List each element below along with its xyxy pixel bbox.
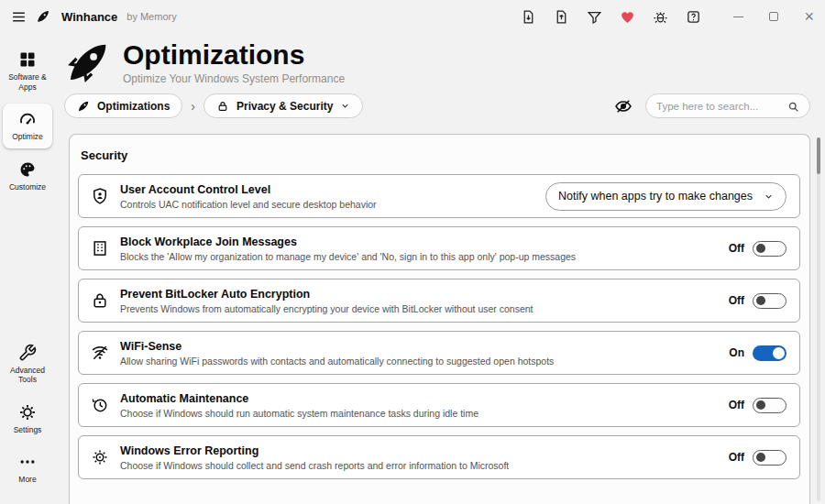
search-box	[645, 93, 810, 118]
optimize-icon	[18, 110, 37, 128]
lock-icon	[216, 100, 229, 113]
workplace-join-toggle[interactable]	[753, 241, 786, 257]
bitlocker-toggle[interactable]	[753, 293, 786, 309]
sidebar-item-label: Optimize	[12, 132, 43, 142]
setting-title: User Account Control Level	[120, 183, 377, 196]
settings-card: Security User Account Control Level Cont…	[69, 134, 810, 504]
advanced-tools-icon	[18, 344, 37, 362]
breadcrumb-root-button[interactable]: Optimizations	[64, 93, 182, 118]
import-config-icon[interactable]	[521, 9, 536, 25]
content-area: Security User Account Control Level Cont…	[55, 118, 825, 504]
uac-shield-icon	[91, 187, 109, 205]
app-byline: by Memory	[126, 11, 176, 22]
setting-row-automatic-maintenance: Automatic Maintenance Choose if Windows …	[78, 383, 800, 427]
wifi-icon	[91, 344, 109, 362]
more-dots-icon	[18, 453, 37, 471]
breadcrumb-root-label: Optimizations	[97, 100, 170, 113]
close-button[interactable]: ×	[804, 8, 814, 25]
setting-description: Controls UAC notification level and secu…	[120, 199, 377, 210]
settings-icon	[18, 403, 37, 422]
error-reporting-icon	[91, 448, 109, 466]
main-content: Optimizations Optimize Your Windows Syst…	[55, 33, 825, 504]
sidebar-item-settings[interactable]: Settings	[3, 397, 52, 442]
chevron-down-icon	[764, 192, 774, 202]
page-title: Optimizations	[123, 39, 345, 71]
titlebar: Winhance by Memory	[0, 0, 825, 33]
toolbar: Optimizations › Privacy & Security	[55, 86, 825, 118]
setting-row-workplace-join: Block Workplace Join Messages Blocks the…	[78, 226, 800, 270]
search-input[interactable]	[656, 101, 782, 112]
setting-description: Allow sharing WiFi passwords with contac…	[120, 356, 554, 367]
sidebar-item-label: Software & Apps	[5, 72, 50, 92]
setting-title: Block Workplace Join Messages	[120, 236, 576, 248]
automatic-maintenance-toggle[interactable]	[753, 398, 786, 413]
sidebar-item-label: Customize	[9, 182, 46, 192]
page-subtitle: Optimize Your Windows System Performance	[123, 72, 345, 85]
sidebar-item-label: Advanced Tools	[5, 366, 50, 385]
error-reporting-toggle[interactable]	[753, 450, 786, 466]
setting-description: Prevents Windows from automatically encr…	[120, 303, 534, 314]
uac-level-dropdown[interactable]: Notify when apps try to make changes	[545, 182, 786, 211]
section-title: Security	[81, 148, 800, 162]
optimizations-rocket-icon	[64, 38, 112, 86]
sidebar-item-label: Settings	[14, 425, 42, 435]
bug-report-icon[interactable]	[653, 9, 668, 25]
filter-icon[interactable]	[587, 9, 602, 25]
workplace-icon	[91, 239, 109, 257]
window-controls: ×	[733, 8, 814, 25]
toggle-state-label: On	[729, 346, 744, 359]
eye-off-icon[interactable]	[614, 97, 632, 115]
sidebar-item-more[interactable]: More	[3, 446, 52, 491]
help-icon[interactable]	[686, 9, 701, 25]
bitlocker-lock-icon	[91, 291, 109, 310]
setting-description: Blocks the 'Allow my organization to man…	[120, 251, 576, 262]
toggle-state-label: Off	[729, 294, 744, 307]
sidebar-item-customize[interactable]: Customize	[3, 154, 52, 199]
customize-icon	[18, 160, 37, 179]
setting-row-error-reporting: Windows Error Reporting Choose if Window…	[78, 435, 800, 479]
chevron-down-icon	[340, 101, 350, 111]
setting-row-wifi-sense: WiFi-Sense Allow sharing WiFi passwords …	[78, 331, 800, 375]
rocket-icon	[77, 100, 90, 113]
minimize-button[interactable]	[733, 16, 743, 17]
software-apps-icon	[18, 50, 37, 69]
app-logo-rocket-icon	[36, 9, 50, 24]
app-name: Winhance	[61, 10, 117, 24]
sidebar-item-advanced-tools[interactable]: Advanced Tools	[3, 337, 52, 391]
setting-title: Prevent BitLocker Auto Encryption	[120, 288, 534, 301]
toggle-state-label: Off	[729, 242, 744, 255]
setting-description: Choose if Windows should run automatic s…	[120, 408, 478, 419]
sidebar-item-label: More	[18, 475, 36, 485]
page-header: Optimizations Optimize Your Windows Syst…	[55, 33, 825, 86]
sidebar-item-optimize[interactable]: Optimize	[3, 104, 52, 148]
setting-row-uac-level: User Account Control Level Controls UAC …	[78, 174, 800, 218]
wifi-sense-toggle[interactable]	[753, 345, 786, 361]
maximize-button[interactable]	[769, 12, 778, 21]
scrollbar[interactable]	[817, 137, 820, 501]
sidebar-item-software-apps[interactable]: Software & Apps	[3, 44, 52, 98]
breadcrumb-separator: ›	[190, 99, 196, 114]
scrollbar-thumb[interactable]	[817, 137, 820, 174]
save-config-icon[interactable]	[554, 9, 569, 25]
category-dropdown[interactable]: Privacy & Security	[204, 93, 363, 118]
toggle-state-label: Off	[729, 451, 744, 464]
setting-title: Automatic Maintenance	[120, 392, 478, 405]
setting-title: Windows Error Reporting	[120, 444, 509, 457]
sidebar: Software & Apps Optimize Customize Adv	[0, 33, 55, 504]
titlebar-actions: ×	[521, 8, 814, 25]
setting-description: Choose if Windows should collect and sen…	[120, 460, 509, 471]
uac-level-value: Notify when apps try to make changes	[558, 190, 753, 203]
donate-heart-icon[interactable]	[620, 9, 635, 25]
toolbar-right	[614, 93, 810, 118]
setting-row-bitlocker: Prevent BitLocker Auto Encryption Preven…	[78, 279, 800, 323]
category-dropdown-label: Privacy & Security	[236, 100, 333, 113]
menu-icon[interactable]	[11, 9, 27, 25]
winhance-window: Winhance by Memory	[0, 0, 825, 504]
toggle-state-label: Off	[729, 399, 744, 411]
search-icon[interactable]	[787, 100, 799, 112]
setting-title: WiFi-Sense	[120, 340, 554, 353]
maintenance-clock-icon	[91, 396, 109, 414]
